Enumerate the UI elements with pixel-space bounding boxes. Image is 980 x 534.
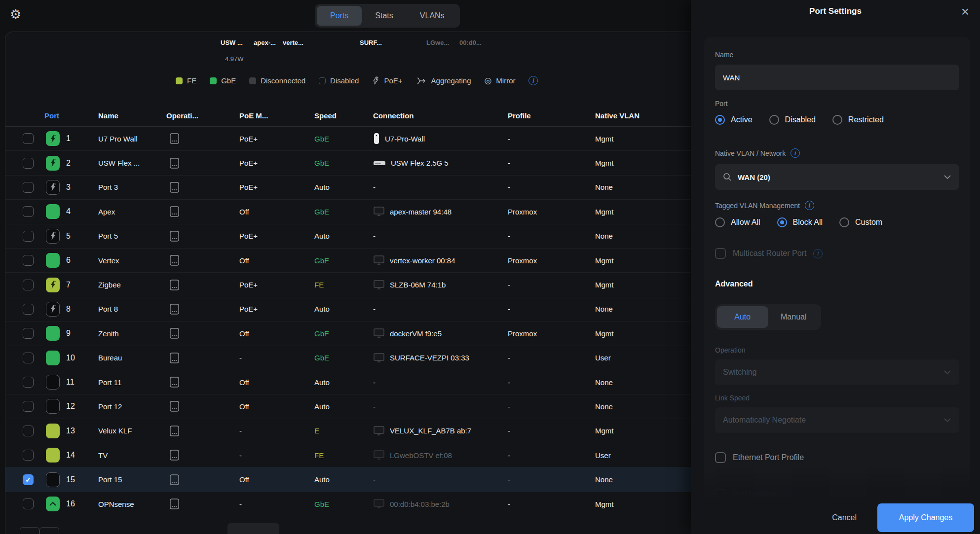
table-row-port-15[interactable]: ✓15Port 15OffAuto--None: [5, 467, 691, 492]
name-input[interactable]: WAN: [715, 65, 959, 90]
profile-value: -: [508, 443, 510, 467]
ethernet-port-profile-checkbox[interactable]: Ethernet Port Profile: [715, 452, 804, 463]
row-checkbox[interactable]: [23, 224, 34, 248]
checkbox-icon[interactable]: [23, 255, 34, 266]
radio-active[interactable]: Active: [715, 115, 753, 125]
column-header-native-vlan[interactable]: Native VLAN: [595, 111, 640, 120]
radio-disabled[interactable]: Disabled: [769, 115, 816, 125]
column-header-connection[interactable]: Connection: [373, 111, 414, 120]
toggle-auto[interactable]: Auto: [717, 306, 768, 328]
column-header-port[interactable]: Port: [44, 111, 59, 120]
checkbox-icon[interactable]: [23, 353, 34, 363]
checkbox-icon[interactable]: [23, 206, 34, 217]
legend-disabled: Disabled: [319, 76, 359, 85]
row-checkbox[interactable]: [23, 297, 34, 321]
row-checkbox[interactable]: [23, 200, 34, 223]
row-checkbox[interactable]: [23, 419, 34, 443]
checkbox-icon[interactable]: [23, 231, 34, 242]
checkbox-icon[interactable]: [23, 328, 34, 339]
checkbox-icon[interactable]: [23, 280, 34, 290]
row-checkbox[interactable]: [23, 249, 34, 272]
row-checkbox[interactable]: [23, 346, 34, 370]
cancel-button[interactable]: Cancel: [832, 513, 857, 522]
row-checkbox[interactable]: [23, 370, 34, 394]
port-name: Apex: [98, 200, 115, 223]
table-row-port-8[interactable]: 8Port 8PoE+Auto--None: [5, 297, 691, 321]
tagged-vlan-info-icon[interactable]: i: [805, 201, 814, 210]
legend-info-icon[interactable]: i: [528, 76, 538, 85]
pagination-partial[interactable]: [227, 523, 279, 534]
apply-changes-button[interactable]: Apply Changes: [877, 503, 974, 532]
port-isolation-checkbox[interactable]: Port Isolation i: [715, 489, 795, 499]
multicast-router-port-checkbox[interactable]: Multicast Router Port i: [715, 248, 823, 259]
poe-mode: PoE+: [239, 127, 258, 150]
checkbox-icon[interactable]: [23, 426, 34, 436]
port-status-green-icon: [46, 204, 60, 219]
toggle-manual[interactable]: Manual: [768, 306, 820, 328]
checkbox-icon[interactable]: [23, 401, 34, 412]
column-header-name[interactable]: Name: [98, 111, 118, 120]
checkbox-checked-icon[interactable]: ✓: [23, 474, 34, 485]
pagination-partial[interactable]: [39, 527, 59, 534]
table-row-port-7[interactable]: 7ZigbeePoE+FESLZB-06M 74:1b-Mgmt: [5, 273, 691, 297]
table-row-port-16[interactable]: 16OPNsense-GbE00:d0:b4:03:be:2b-Mgmt: [5, 492, 691, 516]
port-overview-label: SURF...: [360, 39, 382, 46]
connection-name: -: [373, 402, 376, 411]
port-status-cell: [46, 370, 60, 394]
table-row-port-3[interactable]: 3Port 3PoE+Auto--None: [5, 176, 691, 200]
table-row-port-13[interactable]: 13Velux KLF-EVELUX_KLF_AB7B ab:7-Mgmt: [5, 419, 691, 443]
link-speed-select[interactable]: Automatically Negotiate: [715, 407, 959, 433]
table-row-port-10[interactable]: 10Bureau-GbESURFACE-VEZPI 03:33-User: [5, 346, 691, 370]
row-checkbox[interactable]: [23, 151, 34, 175]
table-row-port-5[interactable]: 5Port 5PoE+Auto--None: [5, 224, 691, 249]
operation-select[interactable]: Switching: [715, 359, 959, 385]
row-checkbox[interactable]: [23, 394, 34, 418]
radio-block-all[interactable]: Block All: [777, 217, 823, 227]
radio-custom[interactable]: Custom: [839, 217, 882, 227]
table-row-port-9[interactable]: 9ZenithOffGbEdockerVM f9:e5ProxmoxMgmt: [5, 321, 691, 346]
table-row-port-12[interactable]: 12Port 12OffAuto--None: [5, 394, 691, 419]
table-row-port-11[interactable]: 11Port 11OffAuto--None: [5, 370, 691, 394]
row-checkbox[interactable]: [23, 176, 34, 199]
pagination-partial[interactable]: [20, 527, 39, 534]
table-row-port-2[interactable]: 2USW Flex ...PoE+GbEUSW Flex 2.5G 5-Mgmt: [5, 151, 691, 175]
radio-allow-all[interactable]: Allow All: [715, 217, 760, 227]
column-header-speed[interactable]: Speed: [314, 111, 337, 120]
table-row-port-14[interactable]: 14TV-FELGwebOSTV ef:08-User: [5, 443, 691, 467]
settings-gear-icon[interactable]: ⚙: [10, 7, 21, 22]
close-icon[interactable]: ×: [961, 5, 969, 19]
checkbox-icon[interactable]: [23, 182, 34, 193]
checkbox-icon[interactable]: [23, 158, 34, 169]
connection-cell: -: [373, 176, 376, 199]
checkbox-icon[interactable]: [23, 133, 34, 144]
checkbox-icon[interactable]: [23, 377, 34, 388]
row-checkbox[interactable]: [23, 273, 34, 296]
speed-value: Auto: [314, 176, 330, 199]
radio-restricted[interactable]: Restricted: [832, 115, 884, 125]
tab-vlans[interactable]: VLANs: [407, 6, 458, 26]
checkbox-icon[interactable]: [23, 304, 34, 315]
port-state-radio-group: Active Disabled Restricted: [715, 112, 884, 128]
checkbox-icon[interactable]: [23, 498, 34, 509]
connection-cell: dockerVM f9:e5: [373, 321, 442, 345]
row-checkbox[interactable]: [23, 127, 34, 150]
port-overview-label: verte...: [283, 39, 303, 46]
poe-mode: PoE+: [239, 297, 258, 321]
tab-ports[interactable]: Ports: [317, 6, 362, 26]
column-header-profile[interactable]: Profile: [508, 111, 531, 120]
checkbox-icon[interactable]: [23, 450, 34, 461]
table-row-port-1[interactable]: 1U7 Pro WallPoE+GbEU7-Pro-Wall-Mgmt: [5, 127, 691, 151]
port-number: 3: [66, 176, 71, 199]
tab-stats[interactable]: Stats: [362, 6, 406, 26]
row-checkbox[interactable]: [23, 443, 34, 467]
table-row-port-4[interactable]: 4ApexOffGbEapex-master 94:48ProxmoxMgmt: [5, 200, 691, 224]
row-checkbox[interactable]: [23, 492, 34, 516]
speed-value: Auto: [314, 394, 330, 418]
row-checkbox[interactable]: ✓: [23, 467, 34, 491]
native-vlan-select[interactable]: WAN (20): [715, 164, 959, 190]
native-vlan-info-icon[interactable]: i: [791, 148, 800, 158]
row-checkbox[interactable]: [23, 321, 34, 345]
column-header-operation[interactable]: Operati...: [166, 111, 198, 120]
table-row-port-6[interactable]: 6VertexOffGbEvertex-worker 00:84ProxmoxM…: [5, 249, 691, 273]
column-header-poe-mode[interactable]: PoE M...: [239, 111, 268, 120]
